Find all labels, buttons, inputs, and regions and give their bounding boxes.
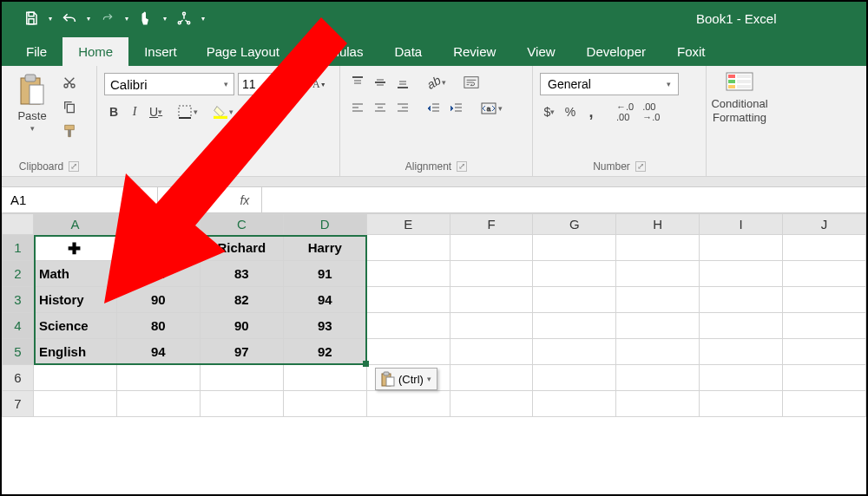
- cell[interactable]: [616, 235, 700, 261]
- number-format-dropdown[interactable]: General▾: [540, 73, 679, 95]
- tab-review[interactable]: Review: [437, 37, 511, 66]
- align-center-icon[interactable]: [370, 99, 391, 118]
- touch-mode-icon[interactable]: [134, 6, 158, 30]
- cell[interactable]: [783, 391, 866, 417]
- conditional-formatting-button[interactable]: Conditional Formatting: [713, 69, 766, 124]
- formula-input[interactable]: [262, 187, 866, 212]
- cell-d1[interactable]: Harry: [283, 235, 366, 261]
- increase-font-icon[interactable]: A▲: [283, 75, 306, 94]
- tab-home[interactable]: Home: [62, 37, 128, 66]
- align-middle-icon[interactable]: [370, 73, 391, 92]
- wrap-text-icon[interactable]: [460, 73, 483, 92]
- cell[interactable]: [700, 287, 783, 313]
- cell[interactable]: [200, 365, 283, 391]
- cell[interactable]: [783, 313, 866, 339]
- cancel-icon[interactable]: ✕: [170, 192, 181, 208]
- cell[interactable]: [366, 391, 450, 417]
- row-header-7[interactable]: 7: [3, 391, 34, 417]
- cell-c4[interactable]: 90: [200, 313, 283, 339]
- save-icon[interactable]: [19, 6, 43, 30]
- tab-file[interactable]: File: [10, 37, 62, 66]
- cell-a5[interactable]: English: [33, 339, 116, 365]
- row-header-3[interactable]: 3: [3, 287, 34, 313]
- bold-button[interactable]: B: [104, 102, 123, 121]
- clipboard-launcher[interactable]: ⤢: [69, 161, 79, 172]
- cell-a3[interactable]: History: [33, 287, 116, 313]
- tab-developer[interactable]: Developer: [571, 37, 661, 66]
- comma-style-button[interactable]: ,: [582, 102, 601, 121]
- cell[interactable]: [700, 235, 783, 261]
- cell[interactable]: [700, 261, 783, 287]
- fx-icon[interactable]: fx: [240, 193, 249, 207]
- cell[interactable]: [116, 365, 200, 391]
- font-launcher[interactable]: ⤢: [227, 161, 237, 172]
- col-header-d[interactable]: D: [283, 214, 366, 235]
- cell[interactable]: [450, 391, 533, 417]
- format-painter-icon[interactable]: [59, 121, 80, 140]
- tab-data[interactable]: Data: [378, 37, 437, 66]
- cell[interactable]: [783, 261, 866, 287]
- cell[interactable]: [450, 339, 533, 365]
- cell-c2[interactable]: 83: [200, 261, 283, 287]
- cell[interactable]: [533, 261, 616, 287]
- cell-b5[interactable]: 94: [116, 339, 200, 365]
- borders-dropdown[interactable]: ▾: [174, 102, 201, 121]
- cell[interactable]: [116, 391, 200, 417]
- italic-button[interactable]: I: [125, 102, 144, 121]
- cell-c3[interactable]: 82: [200, 287, 283, 313]
- col-header-a[interactable]: A: [33, 214, 116, 235]
- cell[interactable]: [616, 287, 700, 313]
- cell[interactable]: [283, 391, 366, 417]
- paste-options-button[interactable]: (Ctrl) ▾: [375, 368, 437, 390]
- cell[interactable]: [616, 365, 700, 391]
- cut-icon[interactable]: [59, 73, 80, 92]
- col-header-b[interactable]: B: [116, 214, 200, 235]
- cell[interactable]: [700, 313, 783, 339]
- cell-b2[interactable]: 88: [116, 261, 200, 287]
- cell[interactable]: [450, 261, 533, 287]
- share-icon[interactable]: [172, 6, 196, 30]
- number-launcher[interactable]: ⤢: [635, 161, 646, 172]
- copy-icon[interactable]: [59, 97, 80, 116]
- cell[interactable]: [450, 235, 533, 261]
- cell-a4[interactable]: Science: [33, 313, 116, 339]
- row-header-5[interactable]: 5: [3, 339, 34, 365]
- currency-dropdown[interactable]: $ ▾: [540, 102, 559, 121]
- align-bottom-icon[interactable]: [392, 73, 413, 92]
- cell-b4[interactable]: 80: [116, 313, 200, 339]
- cell[interactable]: [616, 339, 700, 365]
- merge-center-dropdown[interactable]: a▾: [477, 99, 506, 118]
- qat-customize-dropdown[interactable]: ▾: [200, 7, 207, 29]
- decrease-decimal-icon[interactable]: .00→.0: [639, 102, 663, 121]
- cell[interactable]: [533, 365, 616, 391]
- underline-button[interactable]: U ▾: [146, 102, 166, 121]
- align-right-icon[interactable]: [392, 99, 413, 118]
- align-top-icon[interactable]: [347, 73, 368, 92]
- fill-color-dropdown[interactable]: ▾: [210, 102, 237, 121]
- decrease-font-icon[interactable]: A▼: [309, 75, 330, 94]
- paste-button[interactable]: Paste ▾: [9, 69, 56, 133]
- alignment-launcher[interactable]: ⤢: [457, 161, 467, 172]
- font-name-dropdown[interactable]: Calibri▾: [104, 73, 234, 95]
- tab-page-layout[interactable]: Page Layout: [193, 37, 293, 66]
- cell[interactable]: [783, 339, 866, 365]
- cell-c5[interactable]: 97: [200, 339, 283, 365]
- select-all-corner[interactable]: [3, 214, 34, 235]
- col-header-j[interactable]: J: [783, 214, 866, 235]
- cell[interactable]: [33, 391, 116, 417]
- cell[interactable]: [700, 365, 783, 391]
- align-left-icon[interactable]: [347, 99, 368, 118]
- row-header-4[interactable]: 4: [3, 313, 34, 339]
- tab-formulas[interactable]: Formulas: [293, 37, 379, 66]
- cell[interactable]: [616, 261, 700, 287]
- cell[interactable]: [533, 391, 616, 417]
- decrease-indent-icon[interactable]: [424, 99, 444, 118]
- cell[interactable]: [533, 313, 616, 339]
- cell[interactable]: [700, 339, 783, 365]
- cell[interactable]: [366, 235, 450, 261]
- col-header-h[interactable]: H: [616, 214, 700, 235]
- cell-a2[interactable]: Math: [33, 261, 116, 287]
- cell[interactable]: [366, 287, 450, 313]
- cell[interactable]: [283, 365, 366, 391]
- cell[interactable]: [783, 235, 866, 261]
